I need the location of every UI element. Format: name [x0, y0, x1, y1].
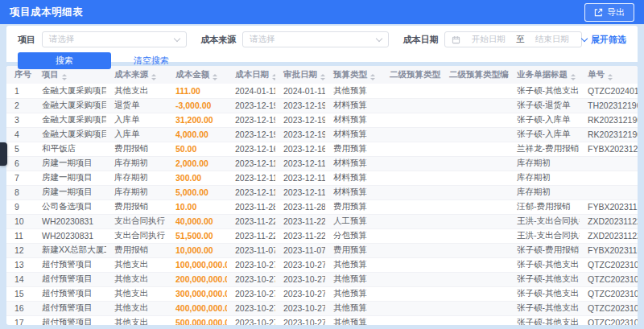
cell-amount: 5,000.00: [167, 185, 227, 199]
table-row[interactable]: 15超付预警项目其他支出300,000,000.002023-10-272023…: [6, 286, 638, 301]
cell-no: 2: [6, 98, 34, 113]
cell-audit_date: 2023-11-07: [275, 243, 325, 257]
cell-doc_title: 张子硕-入库单: [509, 127, 580, 142]
table-row[interactable]: 4金融大厦采购项目入库单4,000.002023-12-192023-12-19…: [6, 127, 638, 142]
cell-project: 金融大厦采购项目: [34, 127, 106, 142]
cell-no: 13: [6, 257, 34, 272]
cell-doc_title: 张子硕-其他支出: [509, 315, 580, 325]
column-label: 业务单据标题: [517, 69, 568, 79]
column-label: 单号: [588, 69, 605, 79]
cell-doc_no: ZXD20231122001: [580, 228, 638, 243]
table-row[interactable]: 9公司备选项目费用报销10.002023-11-282023-11-28费用预算…: [6, 199, 638, 214]
cell-budget: 其他预算: [325, 286, 382, 301]
cell-doc_title: 库存期初: [509, 185, 580, 199]
cost-date-range-input[interactable]: 开始日期 至 结束日期: [444, 31, 582, 47]
clear-search-button[interactable]: 清空搜索: [134, 55, 169, 67]
column-header-audit_date[interactable]: 审批日期: [275, 66, 325, 84]
cell-no: 12: [6, 243, 34, 257]
table-row[interactable]: 8房建一期项目库存期初5,000.002023-12-112023-12-11材…: [6, 185, 638, 199]
column-label: 二级预算类型: [390, 69, 440, 79]
cell-budget: 费用预算: [325, 243, 382, 257]
cell-sub_type: [382, 113, 441, 127]
cell-sub_code: [441, 257, 509, 272]
cell-doc_title: 库存期初: [509, 156, 580, 171]
table-row[interactable]: 16超付预警项目其他支出400,000,000.002023-10-272023…: [6, 301, 638, 315]
column-header-budget[interactable]: 预算类型: [325, 66, 382, 84]
sort-icon[interactable]: [370, 74, 375, 80]
cell-sub_type: [382, 84, 441, 98]
project-select-placeholder: 请选择: [49, 34, 75, 45]
column-header-cost_date[interactable]: 成本日期: [227, 66, 275, 84]
project-select[interactable]: 请选择: [42, 31, 187, 47]
cost-source-select[interactable]: 请选择: [242, 31, 389, 47]
column-label: 审批日期: [283, 69, 317, 79]
cell-cost_date: 2023-10-27: [227, 286, 275, 301]
column-header-amount[interactable]: 成本金额: [167, 66, 227, 84]
cell-source: 费用报销: [106, 199, 167, 214]
expand-filters-link[interactable]: 展开筛选: [582, 34, 626, 46]
cell-doc_title: 张子硕-入库单: [509, 113, 580, 127]
table-row[interactable]: 1金融大厦采购项目其他支出111.002024-01-112024-01-11其…: [6, 84, 638, 98]
table-row[interactable]: 3金融大厦采购项目入库单31,200.002023-12-192023-12-1…: [6, 113, 638, 127]
sort-icon[interactable]: [320, 74, 325, 80]
start-date-placeholder: 开始日期: [465, 34, 511, 45]
column-header-sub_code[interactable]: 二级预算类型编码: [441, 66, 509, 84]
cell-doc_title: 汪郁-费用报销: [509, 199, 580, 214]
filter-panel: 项目 请选择 成本来源 请选择 成本日期 开始日期 至 结束日期 展开筛选: [6, 26, 638, 62]
cell-no: 17: [6, 315, 34, 325]
cell-doc_no: TH20231219001: [580, 98, 638, 113]
cell-no: 4: [6, 127, 34, 142]
left-edge-widget[interactable]: [0, 142, 7, 166]
table-row[interactable]: 12新建XX总部大厦工程二期费用报销10,000.002023-11-07202…: [6, 243, 638, 257]
cell-doc_no: FYBX20231128001: [580, 199, 638, 214]
sort-icon[interactable]: [571, 74, 576, 80]
cell-cost_date: 2023-10-27: [227, 272, 275, 286]
source-filter-label: 成本来源: [200, 34, 236, 46]
cell-no: 6: [6, 156, 34, 171]
cell-cost_date: 2023-11-28: [227, 199, 275, 214]
table-row[interactable]: 13超付预警项目其他支出100,000,000.002023-10-272023…: [6, 257, 638, 272]
column-header-no: 序号: [6, 66, 34, 84]
table-row[interactable]: 17超付预警项目其他支出500,000,000.002023-10-272023…: [6, 315, 638, 325]
sort-icon[interactable]: [272, 74, 275, 80]
table-row[interactable]: 14超付预警项目其他支出200,000,000.002023-10-272023…: [6, 272, 638, 286]
cell-cost_date: 2023-12-16: [227, 142, 275, 156]
sort-icon[interactable]: [151, 74, 156, 80]
cell-sub_type: [382, 156, 441, 171]
export-button[interactable]: 导出: [584, 3, 634, 22]
column-header-doc_no[interactable]: 单号: [580, 66, 638, 84]
cell-amount: 300,000,000.00: [167, 286, 227, 301]
column-header-source[interactable]: 成本来源: [106, 66, 167, 84]
search-button[interactable]: 搜索: [18, 52, 111, 69]
table-row[interactable]: 10WH20230831支出合同执行40,000.002023-11-22202…: [6, 214, 638, 228]
sort-icon[interactable]: [62, 74, 67, 80]
cell-no: 7: [6, 171, 34, 185]
cell-budget: 其他预算: [325, 301, 382, 315]
table-row[interactable]: 7房建一期项目库存期初300.002023-12-112023-12-11材料预…: [6, 171, 638, 185]
table-row[interactable]: 2金融大厦采购项目退货单-3,000.002023-12-192023-12-1…: [6, 98, 638, 113]
cell-budget: 费用预算: [325, 199, 382, 214]
table-row[interactable]: 6房建一期项目库存期初2,000.002023-12-112023-12-11材…: [6, 156, 638, 171]
cell-budget: 材料预算: [325, 185, 382, 199]
cell-doc_no: QTZC20231027002: [580, 286, 638, 301]
sort-icon[interactable]: [608, 74, 613, 80]
cell-doc_title: 兰祥龙-费用报销: [509, 142, 580, 156]
cell-sub_type: [382, 171, 441, 185]
cell-source: 其他支出: [106, 286, 167, 301]
cell-budget: 材料预算: [325, 171, 382, 185]
table-row[interactable]: 11WH20230831支出合同执行51,500.002023-11-22202…: [6, 228, 638, 243]
cell-doc_title: 张子硕-其他支出: [509, 84, 580, 98]
column-header-sub_type[interactable]: 二级预算类型: [382, 66, 441, 84]
cell-sub_type: [382, 127, 441, 142]
cell-no: 10: [6, 214, 34, 228]
column-header-doc_title[interactable]: 业务单据标题: [509, 66, 580, 84]
sort-icon[interactable]: [213, 74, 217, 80]
cell-sub_type: [382, 315, 441, 325]
cell-audit_date: 2023-10-27: [275, 257, 325, 272]
cell-sub_type: [382, 199, 441, 214]
cell-audit_date: 2023-12-11: [275, 156, 325, 171]
cell-source: 支出合同执行: [106, 228, 167, 243]
cell-doc_no: ZXD20231122002: [580, 214, 638, 228]
cell-project: 金融大厦采购项目: [34, 113, 106, 127]
table-row[interactable]: 5和平饭店费用报销50.002023-12-162023-12-16费用预算兰祥…: [6, 142, 638, 156]
